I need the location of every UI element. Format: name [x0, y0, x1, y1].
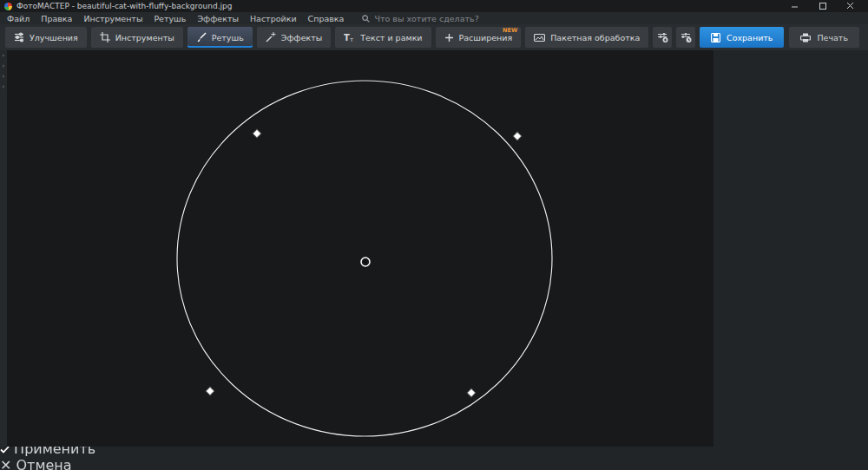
photo-background — [7, 50, 710, 447]
app-logo-icon — [4, 3, 12, 10]
tab-text-frames[interactable]: Tт Текст и рамки — [335, 27, 431, 48]
tab-batch-processing[interactable]: Пакетная обработка — [525, 27, 648, 48]
magic-wand-icon — [266, 32, 276, 42]
toolbar-right: Сохранить Печать — [700, 27, 863, 48]
menu-help[interactable]: Справка — [308, 14, 345, 23]
tab-enhancements[interactable]: Улучшения — [5, 27, 87, 48]
tab-extensions[interactable]: Расширения NEW — [436, 27, 522, 48]
x-icon: ✕ — [0, 457, 11, 470]
chevron-right-icon: › — [3, 83, 5, 90]
tab-label: Инструменты — [115, 33, 174, 42]
window-controls — [792, 3, 868, 10]
menubar: Файл Правка Инструменты Ретушь Эффекты Н… — [0, 12, 868, 24]
photo-cat[interactable] — [7, 50, 710, 447]
batch-icon — [534, 33, 545, 42]
titlebar: ФотоМАСТЕР - beautiful-cat-with-fluffy-b… — [0, 0, 868, 12]
photomaster-window: ФотоМАСТЕР - beautiful-cat-with-fluffy-b… — [0, 0, 868, 470]
search-placeholder: Что вы хотите сделать? — [374, 14, 478, 23]
preset-add-button[interactable] — [653, 27, 672, 48]
print-button[interactable]: Печать — [789, 27, 859, 48]
search-icon — [362, 15, 370, 23]
plus-icon — [444, 33, 454, 42]
maximize-icon[interactable] — [819, 3, 826, 10]
save-button[interactable]: Сохранить — [700, 27, 784, 48]
cancel-label: Отмена — [16, 457, 72, 470]
tab-label: Ретушь — [212, 33, 244, 42]
sliders-icon — [14, 32, 24, 42]
tab-label: Пакетная обработка — [550, 33, 640, 42]
save-label: Сохранить — [727, 33, 773, 42]
preset-add-icon — [657, 32, 668, 42]
preset-history-button[interactable] — [676, 27, 695, 48]
tab-label: Текст и рамки — [360, 33, 422, 42]
menu-file[interactable]: Файл — [7, 14, 30, 23]
save-icon — [711, 33, 720, 42]
close-icon[interactable] — [847, 3, 854, 10]
text-icon: Tт — [344, 33, 355, 42]
print-icon — [800, 33, 811, 42]
tab-retouch[interactable]: Ретушь — [187, 27, 253, 48]
tab-label: Эффекты — [281, 33, 323, 42]
tab-tools[interactable]: Инструменты — [91, 27, 183, 48]
tab-label: Расширения — [459, 33, 513, 42]
menu-effects[interactable]: Эффекты — [197, 14, 239, 23]
window-title: ФотоМАСТЕР - beautiful-cat-with-fluffy-b… — [16, 2, 233, 10]
crop-icon — [100, 32, 110, 42]
new-badge: NEW — [503, 27, 517, 34]
menu-tools[interactable]: Инструменты — [83, 14, 142, 23]
svg-text:т: т — [350, 36, 353, 42]
menu-settings[interactable]: Настройки — [250, 14, 297, 23]
main-toolbar: Улучшения Инструменты Ретушь Эффекты Tт … — [0, 24, 868, 50]
minimize-icon[interactable] — [792, 3, 799, 10]
print-label: Печать — [817, 33, 848, 42]
menu-edit[interactable]: Правка — [41, 14, 72, 23]
svg-text:T: T — [344, 33, 350, 42]
canvas-area — [7, 50, 713, 447]
preset-history-icon — [681, 32, 692, 42]
tab-label: Улучшения — [30, 33, 78, 42]
menu-retouch[interactable]: Ретушь — [154, 14, 186, 23]
left-panel-collapsed[interactable]: › › › › — [0, 50, 7, 447]
chevron-right-icon: › — [3, 52, 5, 59]
checkmark-icon — [0, 446, 10, 454]
chevron-right-icon: › — [3, 62, 5, 69]
cancel-button[interactable]: ✕ Отмена — [0, 457, 868, 470]
brush-icon — [196, 32, 207, 42]
tab-effects[interactable]: Эффекты — [257, 27, 332, 48]
search-box[interactable]: Что вы хотите сделать? — [362, 14, 478, 23]
chevron-right-icon: › — [3, 73, 5, 80]
